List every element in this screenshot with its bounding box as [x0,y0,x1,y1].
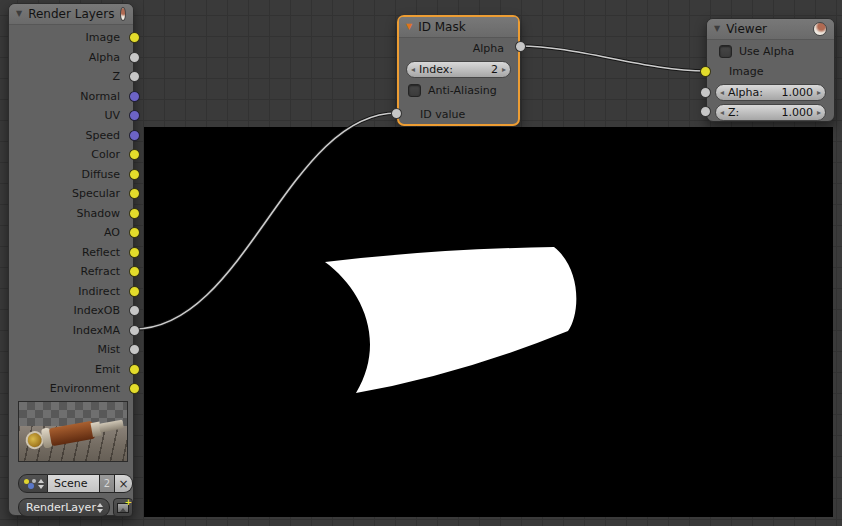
output-socket-z[interactable] [129,71,140,82]
output-socket-uv[interactable] [129,110,140,121]
z-slider[interactable]: ◂ Z: 1.000 ▸ [715,104,826,121]
output-row-speed: Speed [9,126,133,146]
output-socket-color[interactable] [129,149,140,160]
output-label: AO [104,226,120,239]
render-layers-header[interactable]: ▼ Render Layers [9,4,133,25]
slider-right-arrow-icon[interactable]: ▸ [817,109,821,117]
output-row-ao: AO [9,223,133,243]
alpha-value: 1.000 [781,86,817,99]
mask-cylinder-shape [144,127,833,517]
output-row-emit: Emit [9,360,133,380]
use-alpha-row: Use Alpha [719,45,794,58]
viewer-node[interactable]: ▼ Viewer Use Alpha Image ◂ Alpha: 1.000 … [706,18,835,122]
output-row-reflect: Reflect [9,243,133,263]
scene-browse-button[interactable] [18,474,48,493]
anti-aliasing-checkbox[interactable] [408,84,421,97]
anti-aliasing-row: Anti-Aliasing [408,84,497,97]
chevron-updown-icon [97,503,103,513]
scene-selector-row: Scene 2 × [18,474,133,493]
slider-right-arrow-icon[interactable]: ▸ [502,66,506,74]
id-mask-node[interactable]: ▼ ID Mask Alpha ◂ Index: 2 ▸ Anti-Aliasi… [397,15,520,126]
output-label: Mist [97,343,120,356]
image-input-socket[interactable] [700,66,711,77]
output-socket-mist[interactable] [129,344,140,355]
output-label: Refract [81,265,120,278]
slider-right-arrow-icon[interactable]: ▸ [817,89,821,97]
output-label: Z [112,70,120,83]
output-socket-ao[interactable] [129,227,140,238]
output-label: Specular [72,187,120,200]
z-input-socket[interactable] [700,106,711,117]
output-label: Alpha [89,51,120,64]
telescope-body [49,421,95,446]
index-label: Index: [415,63,491,76]
scene-name-field[interactable]: Scene [48,474,100,493]
output-socket-refract[interactable] [129,266,140,277]
output-socket-indirect[interactable] [129,286,140,297]
alpha-slider[interactable]: ◂ Alpha: 1.000 ▸ [715,84,826,101]
scene-users-badge[interactable]: 2 [100,474,115,493]
output-row-image: Image [9,28,133,48]
output-label: Emit [95,363,120,376]
render-layers-outputs: Image Alpha Z Normal UV Speed Color Diff… [9,28,133,399]
output-socket-speed[interactable] [129,130,140,141]
output-label: Normal [80,90,120,103]
chevron-updown-icon [38,479,44,489]
collapse-triangle-icon[interactable]: ▼ [714,25,720,33]
alpha-output-label: Alpha [473,42,504,55]
output-row-specular: Specular [9,184,133,204]
render-layers-node[interactable]: ▼ Render Layers Image Alpha Z Normal UV … [8,3,134,516]
index-value: 2 [491,63,502,76]
output-label: IndexMA [73,324,120,337]
output-socket-environment[interactable] [129,383,140,394]
output-label: Speed [86,129,120,142]
telescope-front-tube [99,420,124,433]
output-row-z: Z [9,67,133,87]
output-label: Shadow [77,207,120,220]
output-socket-image[interactable] [129,32,140,43]
output-socket-alpha[interactable] [129,52,140,63]
scene-unlink-button[interactable]: × [115,474,133,493]
output-socket-normal[interactable] [129,91,140,102]
output-socket-indexob[interactable] [129,305,140,316]
id-mask-header[interactable]: ▼ ID Mask [399,17,518,38]
use-alpha-label: Use Alpha [739,45,794,58]
output-row-indexob: IndexOB [9,301,133,321]
output-label: Color [91,148,120,161]
node-editor-canvas[interactable]: ▼ Render Layers Image Alpha Z Normal UV … [0,0,842,526]
node-title: Render Layers [28,7,114,21]
collapse-triangle-icon[interactable]: ▼ [16,10,22,18]
image-input-label: Image [729,65,763,78]
output-row-mist: Mist [9,340,133,360]
output-socket-indexma[interactable] [129,325,140,336]
collapse-triangle-icon[interactable]: ▼ [406,23,412,31]
viewer-header[interactable]: ▼ Viewer [707,19,834,40]
output-label: Reflect [82,246,120,259]
id-value-input-label: ID value [420,108,465,121]
output-socket-reflect[interactable] [129,247,140,258]
alpha-output-socket[interactable] [515,41,526,52]
index-slider[interactable]: ◂ Index: 2 ▸ [406,61,511,78]
render-single-layer-button[interactable]: + [113,498,133,517]
plus-icon: + [124,497,132,507]
output-row-refract: Refract [9,262,133,282]
use-alpha-checkbox[interactable] [719,45,732,58]
output-row-color: Color [9,145,133,165]
output-socket-shadow[interactable] [129,208,140,219]
output-row-diffuse: Diffuse [9,165,133,185]
alpha-input-socket[interactable] [700,87,711,98]
render-layer-selector-row: RenderLayer + [18,498,133,517]
id-value-input-socket[interactable] [391,108,402,119]
render-preview-thumbnail [18,401,128,462]
render-layer-name: RenderLayer [25,501,97,514]
render-layer-dropdown[interactable]: RenderLayer [18,498,110,517]
render-result-icon [813,22,827,36]
output-label: Image [86,31,120,44]
backdrop-image [144,127,833,517]
z-value: 1.000 [781,106,817,119]
output-socket-emit[interactable] [129,364,140,375]
output-socket-diffuse[interactable] [129,169,140,180]
output-label: Environment [50,382,120,395]
output-socket-specular[interactable] [129,188,140,199]
output-row-shadow: Shadow [9,204,133,224]
